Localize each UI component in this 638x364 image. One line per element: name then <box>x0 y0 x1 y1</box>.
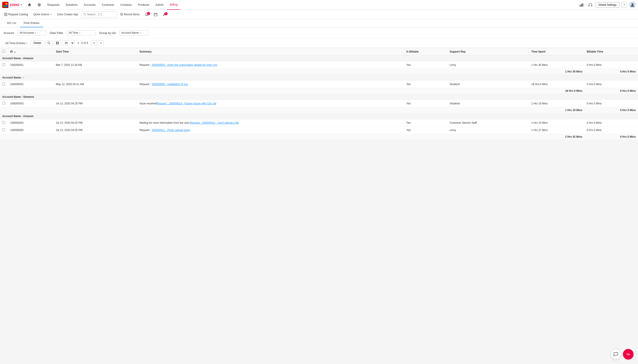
row-id: 100000003 <box>8 100 54 107</box>
all-time-entries-btn[interactable]: All Time Entries ▾ <box>4 40 29 46</box>
th-checkbox <box>0 48 8 56</box>
subtotal-billable: 0 Hrs 0 Mins <box>584 107 638 113</box>
notification-badge: 1 <box>147 12 150 15</box>
nav-billing[interactable]: Billing <box>167 0 180 10</box>
svg-rect-3 <box>6 5 8 7</box>
recent-items-label: Recent Items <box>124 13 140 16</box>
search-icon-btn[interactable] <box>46 40 52 46</box>
summary-prefix: Request : <box>140 83 152 86</box>
nav-right-actions: Global Settings ? <box>578 1 636 8</box>
th-is-billable[interactable]: Is Billable <box>404 48 447 56</box>
summary-prefix: Request : <box>140 128 152 132</box>
quick-actions-dropdown-icon: ▾ <box>50 13 52 16</box>
table-row: 100000005 Jul 13, 2020 04:25 PM Request … <box>0 126 638 134</box>
quick-actions-btn[interactable]: Quick Actions ▾ <box>31 12 54 17</box>
search-bar[interactable] <box>81 11 117 18</box>
app-dropdown-icon[interactable]: ▾ <box>20 3 22 6</box>
summary-prefix: Request : <box>140 64 152 66</box>
subtotal-time: 1 Hrs 19 Mins <box>529 107 584 113</box>
delete-button[interactable]: Delete <box>30 40 44 46</box>
nav-requests[interactable]: Requests <box>44 0 62 10</box>
select-all-checkbox[interactable] <box>2 50 5 53</box>
zoho-creator-btn[interactable]: Zoho Creator App <box>55 12 80 17</box>
svg-rect-17 <box>58 42 59 43</box>
nav-remote[interactable] <box>35 0 44 10</box>
account-filter-dropdown-icon: ▾ <box>35 32 36 34</box>
row-checkbox[interactable] <box>2 63 5 66</box>
row-time-spent: 1 Hrs 19 Mins <box>529 100 584 107</box>
th-support-rep[interactable]: Support Rep <box>447 48 529 56</box>
nav-contracts[interactable]: Contracts <box>99 0 117 10</box>
account-filter-label: Account <box>4 31 14 34</box>
time-entries-table: ID ▲ Start Time Summary Is Billable Supp… <box>0 48 638 140</box>
calendar-btn[interactable] <box>152 12 160 17</box>
page-size-select[interactable]: 251050100 <box>62 40 74 46</box>
time-entries-table-container: ID ▲ Start Time Summary Is Billable Supp… <box>0 48 638 140</box>
grid-view-btn[interactable] <box>54 40 61 46</box>
th-summary[interactable]: Summary <box>137 48 404 56</box>
nav-contacts[interactable]: Contacts <box>118 0 134 10</box>
summary-link[interactable]: 100000003 - share the subscription detai… <box>152 64 217 66</box>
nav-solutions[interactable]: Solutions <box>63 0 80 10</box>
next-page-btn[interactable]: > <box>98 40 104 46</box>
edit-pinned-btn[interactable]: 1 <box>161 12 168 17</box>
svg-rect-5 <box>580 5 580 7</box>
summary-link[interactable]: 100000011 - Photo upload issue <box>152 128 190 132</box>
nav-accounts[interactable]: Accounts <box>81 0 98 10</box>
request-catalog-label: Request Catalog <box>8 13 28 16</box>
nav-products[interactable]: Products <box>135 0 152 10</box>
group-header-row: Account Name : Amazon <box>0 113 638 119</box>
row-start-time: Jul 13, 2020 04:25 PM <box>54 100 137 107</box>
row-start-time: Jul 13, 2020 04:25 PM <box>54 126 137 134</box>
nav-admin[interactable]: Admin <box>153 0 166 10</box>
group-label: Account Name : Amazon <box>0 56 638 62</box>
summary-prefix: Issue resolved <box>140 102 156 105</box>
group-by-select[interactable]: Account Name ▾ <box>119 30 148 36</box>
table-row: 100000004 Jul 13, 2020 04:25 PM Waiting … <box>0 119 638 126</box>
svg-point-10 <box>632 3 633 5</box>
date-filter-select[interactable]: All Time ▾ <box>67 30 96 36</box>
table-row: 100000001 Mar 7, 2020 12:18 AM Request :… <box>0 62 638 69</box>
th-id[interactable]: ID ▲ <box>8 48 54 56</box>
svg-rect-7 <box>582 3 583 7</box>
row-checkbox[interactable] <box>2 121 5 124</box>
row-checkbox[interactable] <box>2 102 5 105</box>
row-is-billable: Yes <box>404 62 447 69</box>
request-catalog-btn[interactable]: Request Catalog <box>2 12 30 17</box>
toolbar: All Time Entries ▾ Delete 251050100 1 - … <box>0 38 638 48</box>
row-support-rep: Shailesh <box>447 100 529 107</box>
row-checkbox-cell <box>0 62 8 69</box>
th-billable-time[interactable]: Billable Time <box>584 48 638 56</box>
row-checkbox[interactable] <box>2 128 5 131</box>
summary-link[interactable]: 100000005 - Installation of scp <box>152 83 188 86</box>
app-logo[interactable]: ZOHO ▾ <box>2 2 22 8</box>
group-header-row: Account Name : - <box>0 75 638 81</box>
row-start-time: Mar 7, 2020 12:18 AM <box>54 62 137 69</box>
th-time-spent[interactable]: Time Spent <box>529 48 584 56</box>
tab-bill-list[interactable]: Bill List <box>4 19 20 27</box>
id-sort-icon: ▲ <box>14 50 16 53</box>
prev-page-btn[interactable]: < <box>91 40 97 46</box>
help-icon-btn[interactable]: ? <box>621 2 627 8</box>
search-input[interactable] <box>87 13 114 16</box>
subtotal-billable: 0 Hrs 0 Mins <box>584 69 638 75</box>
global-settings-button[interactable]: Global Settings <box>596 2 620 8</box>
summary-prefix: Waiting for more information from the us… <box>140 121 190 124</box>
summary-link[interactable]: Request : 100000012 - Can't upload a fil… <box>190 121 239 124</box>
nav-home[interactable] <box>25 0 34 10</box>
summary-link[interactable]: Request : 100000013 - Facing issues with… <box>157 102 216 105</box>
row-checkbox[interactable] <box>2 82 5 85</box>
chart-icon-btn[interactable] <box>578 1 585 8</box>
row-start-time: May 12, 2020 02:41 AM <box>54 81 137 88</box>
group-by-label: Group by Val <box>99 31 116 34</box>
row-billable-time: 0 Hrs 0 Mins <box>584 119 638 126</box>
recent-items-btn[interactable]: Recent Items <box>118 12 142 17</box>
th-start-time[interactable]: Start Time <box>54 48 137 56</box>
page-info: 1 - 5 of 5 <box>76 42 90 44</box>
all-time-entries-label: All Time Entries <box>5 42 25 45</box>
user-avatar[interactable] <box>629 2 636 8</box>
tab-time-entries[interactable]: Time Entries <box>20 19 43 27</box>
quick-actions-label: Quick Actions <box>33 13 50 16</box>
account-filter-select[interactable]: All Accounts ▾ <box>18 30 46 36</box>
headset-icon-btn[interactable] <box>587 1 594 8</box>
